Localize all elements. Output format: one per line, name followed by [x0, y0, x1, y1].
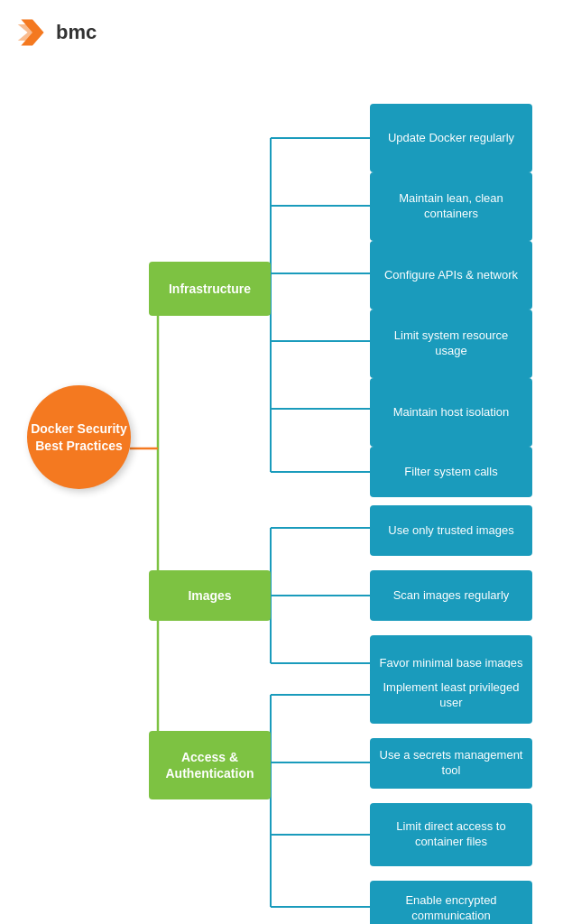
leaf-encrypted-comm: Enable encrypted communication — [370, 881, 532, 924]
category-images-label: Images — [188, 587, 231, 604]
bmc-brand-text: bmc — [56, 21, 97, 44]
leaf-limit-access: Limit direct access to container files — [370, 803, 532, 866]
bmc-logo-icon — [16, 16, 49, 49]
leaf-limit-resources: Limit system resource usage — [370, 310, 532, 378]
leaf-least-privilege: Implement least privileged user — [370, 668, 532, 724]
leaf-filter-calls: Filter system calls — [370, 447, 532, 497]
leaf-host-isolation: Maintain host isolation — [370, 378, 532, 447]
logo-area: bmc — [16, 16, 97, 49]
leaf-trusted-images: Use only trusted images — [370, 505, 532, 556]
diagram: Docker Security Best Practices Infrastru… — [0, 63, 572, 924]
category-infrastructure-label: Infrastructure — [169, 281, 251, 297]
leaf-update-docker: Update Docker regularly — [370, 104, 532, 172]
center-circle-label: Docker Security Best Practices — [27, 420, 131, 453]
center-circle: Docker Security Best Practices — [27, 385, 131, 489]
leaf-secrets-tool: Use a secrets management tool — [370, 738, 532, 789]
leaf-scan-images: Scan images regularly — [370, 570, 532, 621]
leaf-configure-apis: Configure APIs & network — [370, 241, 532, 310]
leaf-lean-containers: Maintain lean, clean containers — [370, 172, 532, 241]
category-images: Images — [149, 570, 271, 621]
category-infrastructure: Infrastructure — [149, 262, 271, 316]
category-access: Access & Authentication — [149, 731, 271, 799]
category-access-label: Access & Authentication — [156, 749, 263, 781]
